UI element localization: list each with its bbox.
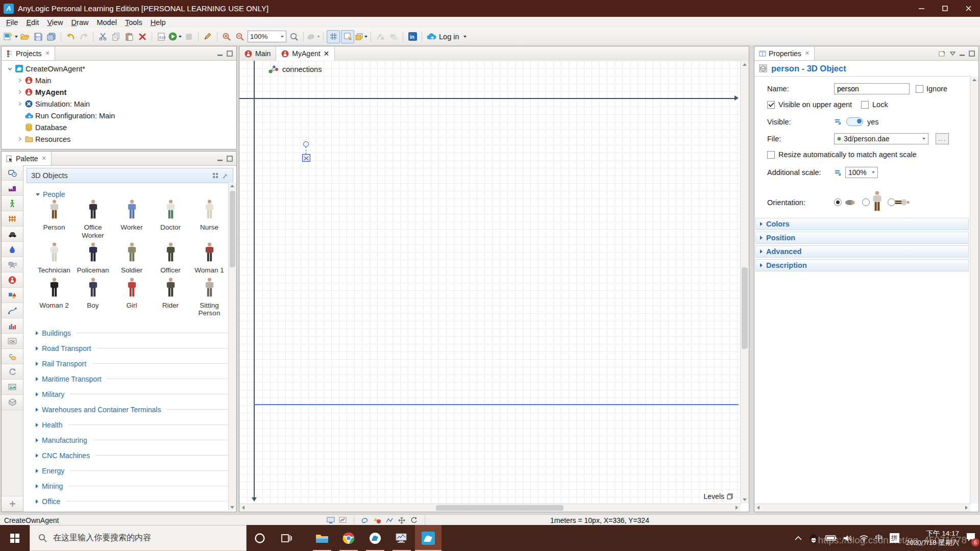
zoom-reset-button[interactable] [288, 31, 300, 43]
pin-properties-icon[interactable] [939, 50, 946, 57]
person-3d-object-glyph[interactable] [302, 154, 310, 162]
palette-section-mining[interactable]: Mining [36, 479, 236, 494]
save-button[interactable] [32, 31, 44, 43]
menu-draw[interactable]: Draw [67, 18, 93, 27]
orientation-front-radio[interactable] [862, 198, 870, 206]
layers-button[interactable] [355, 31, 368, 43]
palette-section-road-transport[interactable]: Road Transport [36, 341, 236, 356]
copy-button[interactable] [110, 31, 122, 43]
run-button[interactable] [168, 31, 182, 43]
close-icon[interactable]: ✕ [324, 49, 330, 58]
dynamic-value-icon[interactable] [834, 169, 842, 176]
palette-item-person[interactable]: Person [35, 199, 74, 239]
additional-scale-combo[interactable]: 100% [845, 167, 878, 178]
view-menu-icon[interactable] [950, 52, 955, 56]
ime-language-indicator[interactable]: 中 [875, 533, 883, 543]
properties-section-description[interactable]: Description [755, 259, 969, 271]
palette-section-office[interactable]: Office [36, 494, 236, 509]
tree-item-createownagent[interactable]: CreateOwnAgent* [2, 63, 236, 74]
tree-item-run-configuration-main[interactable]: Run Configuration: Main [2, 110, 236, 121]
palette-item-boy[interactable]: Boy [74, 278, 112, 317]
maximize-view-icon[interactable] [969, 51, 975, 57]
menu-view[interactable]: View [43, 18, 67, 27]
minimize-button[interactable] [910, 0, 933, 17]
expander-icon[interactable] [7, 66, 13, 71]
properties-section-position[interactable]: Position [755, 232, 969, 244]
palette-item-sitting-person[interactable]: Sitting Person [190, 278, 229, 317]
paste-button[interactable] [123, 31, 135, 43]
palette-tab-analysis[interactable] [2, 303, 23, 318]
tree-item-resources[interactable]: Resources [2, 133, 236, 145]
tab-projects[interactable]: Projects ✕ [2, 46, 55, 60]
linkedin-button[interactable]: in [406, 31, 419, 43]
tree-item-myagent[interactable]: MyAgent [2, 86, 236, 98]
palette-section-military[interactable]: Military [36, 387, 236, 402]
browse-file-button[interactable]: ... [936, 133, 949, 144]
palette-item-nurse[interactable]: Nurse [190, 199, 229, 239]
lock-checkbox[interactable] [861, 101, 869, 109]
properties-section-advanced[interactable]: Advanced [755, 245, 969, 258]
battery-icon[interactable] [825, 535, 837, 541]
palette-tab-connectivity[interactable] [2, 349, 23, 364]
agent-canvas[interactable]: connections Levels [239, 61, 740, 504]
maximize-view-icon[interactable] [227, 51, 233, 57]
palette-section-health[interactable]: Health [36, 417, 236, 433]
rotation-handle-icon[interactable] [303, 141, 309, 147]
chrome-button[interactable] [335, 525, 362, 551]
palette-section-manufacturing[interactable]: Manufacturing [36, 433, 236, 448]
palette-tab-agent[interactable] [2, 272, 23, 288]
notification-center-button[interactable]: 6 [966, 532, 976, 544]
open-model-button[interactable] [19, 31, 31, 43]
polyline-icon[interactable] [385, 517, 394, 524]
palette-item-officer[interactable]: Officer [151, 242, 190, 274]
visible-toggle[interactable] [846, 117, 863, 126]
palette-section-warehouses-and-container-terminals[interactable]: Warehouses and Container Terminals [36, 402, 236, 417]
move-icon[interactable] [398, 517, 406, 524]
editor-tab-main[interactable]: Main [239, 46, 276, 61]
connections-element[interactable]: connections [268, 65, 322, 73]
rotate-icon[interactable] [410, 517, 418, 524]
palette-section-energy[interactable]: Energy [36, 463, 236, 479]
palette-tab-rail-library[interactable] [2, 211, 23, 227]
zoom-out-button[interactable] [234, 31, 246, 43]
anylogic-installer-button[interactable] [362, 525, 388, 551]
close-icon[interactable]: ✕ [45, 50, 50, 57]
palette-tab-material-handling-library[interactable] [2, 257, 23, 272]
palette-header[interactable]: 3D Objects [27, 168, 233, 183]
maximize-view-icon[interactable] [227, 156, 233, 162]
palette-add-page-button[interactable] [2, 496, 23, 512]
view-menu-icon[interactable] [212, 172, 219, 179]
zoom-level-combo[interactable]: 100% [248, 31, 286, 42]
minimize-view-icon[interactable] [217, 156, 223, 162]
palette-tab-controls[interactable]: OK [2, 334, 23, 349]
zoom-in-button[interactable] [220, 31, 233, 43]
palette-tab-road-traffic-library[interactable] [2, 227, 23, 242]
palette-scrollbar[interactable] [228, 183, 236, 511]
expander-icon[interactable] [16, 137, 22, 141]
palette-tab-pedestrian-library[interactable] [2, 196, 23, 211]
menu-tools[interactable]: Tools [121, 18, 146, 27]
levels-control[interactable]: Levels [704, 492, 733, 500]
ime-mode-indicator[interactable]: 拼 [890, 533, 899, 543]
palette-tab-fluid-library[interactable] [2, 242, 23, 257]
expander-icon[interactable] [16, 90, 22, 94]
tree-item-database[interactable]: Database [2, 121, 236, 133]
new-model-button[interactable] [4, 31, 18, 43]
grid-toggle-button[interactable] [327, 30, 340, 43]
palette-tab-system-dynamics[interactable] [2, 364, 23, 380]
menu-model[interactable]: Model [92, 18, 121, 27]
properties-vertical-scrollbar[interactable] [970, 76, 978, 504]
palette-item-technician[interactable]: Technician [35, 242, 74, 274]
presentation-icon[interactable] [339, 517, 347, 524]
console-icon[interactable] [327, 517, 335, 524]
palette-tab-manufacturing-library[interactable] [2, 181, 23, 196]
properties-horizontal-scrollbar[interactable] [754, 504, 970, 512]
close-button[interactable] [957, 0, 980, 17]
tab-properties[interactable]: Properties ✕ [754, 46, 815, 60]
volume-icon[interactable] [843, 535, 852, 542]
canvas-horizontal-scrollbar[interactable] [239, 504, 741, 512]
palette-tab-3d-objects[interactable] [2, 395, 23, 410]
snap-to-grid-toggle-button[interactable] [341, 30, 354, 43]
close-icon[interactable]: ✕ [42, 155, 46, 162]
palette-tab-pictures[interactable] [2, 380, 23, 395]
